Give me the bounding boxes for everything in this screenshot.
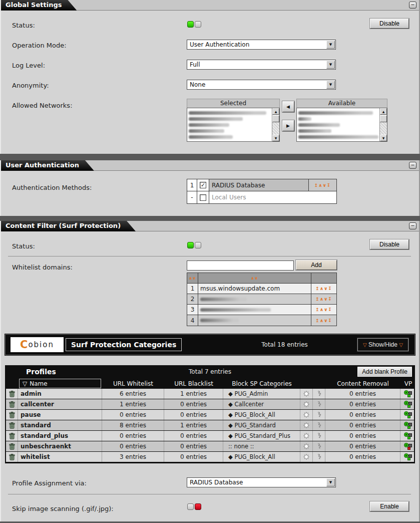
scroll-up-icon[interactable]: ▲	[272, 108, 279, 115]
scroll-down-icon[interactable]: ▼	[272, 135, 279, 141]
delete-profile-button[interactable]	[6, 420, 18, 430]
url-whitelist-count: 1 entries	[102, 399, 164, 409]
minimize-icon[interactable]: −	[409, 2, 416, 9]
operation-mode-value: User Authentication	[190, 41, 249, 48]
script-icon	[316, 422, 321, 429]
script-button[interactable]	[313, 399, 325, 409]
move-right-icon[interactable]: ▶	[282, 120, 294, 131]
add-blank-profile-button[interactable]: Add blank Profile	[357, 367, 412, 377]
script-button[interactable]	[313, 431, 325, 441]
chevron-down-icon[interactable]: ▼	[326, 81, 335, 89]
delete-profile-button[interactable]	[6, 431, 18, 441]
trash-icon	[9, 454, 15, 460]
cobion-logo: Cobion	[11, 337, 64, 352]
trash-icon	[9, 401, 15, 408]
profile-name: pause	[18, 410, 102, 420]
disable-button[interactable]: Disable	[370, 19, 409, 29]
domain-cell-redacted	[198, 305, 311, 315]
virus-protection-icon[interactable]	[404, 422, 413, 429]
auth-methods-label: Authentication Methods:	[12, 184, 92, 191]
virus-protection-icon[interactable]	[404, 401, 413, 408]
profile-row: whitelist3 entries0 entries◆ PUG_Block_A…	[6, 452, 414, 462]
sort-by-name-header[interactable]: ▽Name	[19, 379, 101, 388]
script-button[interactable]	[313, 410, 325, 420]
delete-profile-button[interactable]	[6, 452, 18, 462]
virus-protection-icon[interactable]	[404, 443, 413, 450]
chevron-down-icon[interactable]: ▼	[326, 478, 335, 486]
script-button[interactable]	[313, 452, 325, 462]
edit-categories-button[interactable]	[300, 420, 313, 430]
block-sp-categories: ◆ PUG_Admin	[223, 389, 300, 399]
reorder-arrows-icon[interactable]: ↥∧∨↧	[315, 297, 332, 302]
scrollbar[interactable]: ▲ ▼	[272, 108, 279, 141]
whitelist-row: 1 msus.windowsupdate.com ↥∧∨↧	[187, 284, 336, 294]
virus-protection-icon[interactable]	[404, 432, 413, 440]
section-user-authentication: User Authentication − Authentication Met…	[0, 160, 420, 216]
scrollbar-thumb[interactable]	[272, 115, 279, 122]
move-left-icon[interactable]: ◀	[282, 101, 294, 112]
url-whitelist-count: 6 entries	[102, 389, 164, 399]
minimize-icon[interactable]: −	[409, 162, 416, 169]
triangle-down-icon: ▽	[399, 342, 403, 348]
edit-categories-button[interactable]	[300, 410, 313, 420]
profile-assignment-value: RADIUS Database	[190, 479, 243, 486]
row-number: 3	[187, 305, 198, 315]
virus-protection-icon[interactable]	[404, 390, 413, 398]
checkbox[interactable]	[200, 194, 206, 201]
scroll-down-icon[interactable]: ▼	[380, 135, 387, 141]
scrollbar[interactable]: ▲ ▼	[379, 108, 387, 141]
reorder-arrows-icon[interactable]: ↥∧∨↧	[315, 307, 332, 312]
available-header: Available	[296, 99, 387, 108]
sort-icon[interactable]: ∧∨	[251, 276, 258, 281]
scroll-up-icon[interactable]: ▲	[380, 108, 387, 115]
status-off-light	[187, 503, 194, 510]
delete-profile-button[interactable]	[6, 410, 18, 420]
reorder-arrows-icon[interactable]: ↥∧∨↧	[315, 318, 332, 323]
edit-categories-button[interactable]	[300, 441, 313, 451]
script-button[interactable]	[313, 441, 325, 451]
selected-networks-list[interactable]: ▲ ▼	[187, 108, 280, 142]
scrollbar-thumb[interactable]	[380, 115, 387, 122]
operation-mode-label: Operation Mode:	[12, 42, 67, 49]
reorder-arrows-icon[interactable]: ↥∧∨↧	[314, 183, 331, 188]
show-hide-button[interactable]: ▽ Show/Hide ▽	[357, 338, 408, 351]
edit-categories-button[interactable]	[300, 452, 313, 462]
col-vp: VP	[400, 378, 416, 389]
whitelist-domain-input[interactable]	[187, 260, 294, 271]
edit-categories-icon	[303, 401, 309, 407]
auth-method-row: - Local Users	[187, 191, 336, 203]
delete-profile-button[interactable]	[6, 389, 18, 399]
add-button[interactable]: Add	[296, 260, 337, 270]
chevron-down-icon[interactable]: ▼	[326, 61, 335, 69]
script-button[interactable]	[313, 389, 325, 399]
edit-categories-button[interactable]	[300, 399, 313, 409]
auth-methods-table: 1 ✓ RADIUS Database ↥∧∨↧ - Local Users	[187, 179, 337, 204]
virus-protection-icon[interactable]	[404, 453, 413, 461]
profile-row: pause0 entries0 entries◆ PUG_Block_All0 …	[6, 410, 414, 420]
log-level-select[interactable]: Full ▼	[187, 60, 336, 70]
url-blacklist-count: 1 entries	[164, 420, 223, 430]
profile-assignment-select[interactable]: RADIUS Database ▼	[187, 477, 336, 487]
reorder-arrows-icon[interactable]: ↥∧∨↧	[315, 286, 332, 291]
section-divider	[0, 154, 420, 160]
script-button[interactable]	[313, 420, 325, 430]
sort-icon[interactable]: ∧∨	[189, 276, 196, 281]
checkbox[interactable]: ✓	[200, 182, 206, 188]
url-blacklist-count: 0 entries	[164, 431, 223, 441]
col-content-removal: Content Removal	[325, 378, 400, 389]
operation-mode-select[interactable]: User Authentication ▼	[187, 40, 336, 50]
delete-profile-button[interactable]	[6, 441, 18, 451]
anonymity-select[interactable]: None ▼	[187, 80, 336, 90]
whitelist-row: 2 ↥∧∨↧	[187, 294, 336, 305]
disable-button[interactable]: Disable	[370, 239, 409, 249]
profile-name: whitelist	[18, 452, 102, 462]
chevron-down-icon[interactable]: ▼	[326, 41, 335, 49]
virus-protection-icon[interactable]	[404, 411, 413, 419]
delete-profile-button[interactable]	[6, 399, 18, 409]
edit-categories-button[interactable]	[300, 389, 313, 399]
minimize-icon[interactable]: −	[409, 222, 416, 229]
enable-button[interactable]: Enable	[370, 501, 409, 511]
edit-categories-button[interactable]	[300, 431, 313, 441]
available-networks-list[interactable]: ▲ ▼	[296, 108, 387, 142]
status-red-light	[195, 503, 201, 510]
